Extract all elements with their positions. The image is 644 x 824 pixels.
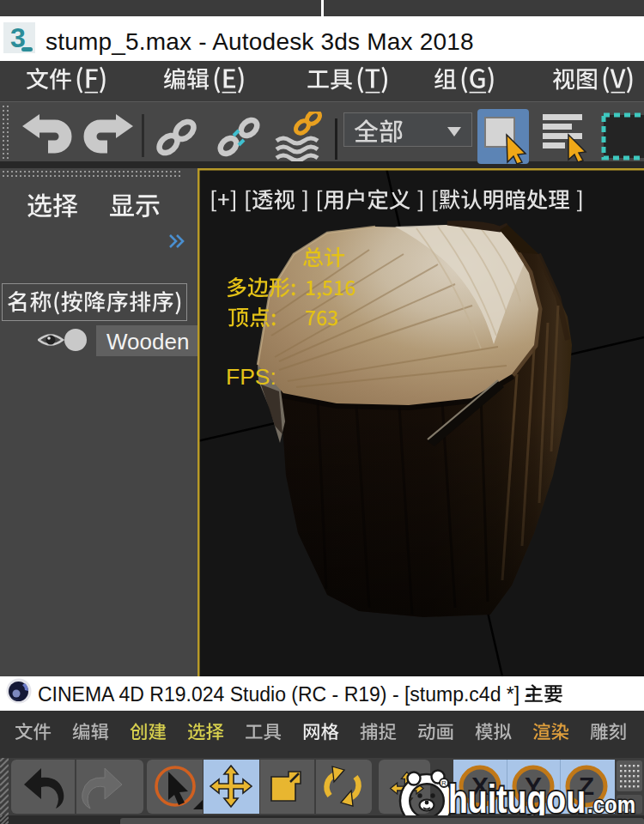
svg-text:R: R: [441, 779, 447, 787]
svg-text:.com: .com: [587, 792, 635, 818]
svg-text:FPS:: FPS:: [226, 364, 276, 390]
